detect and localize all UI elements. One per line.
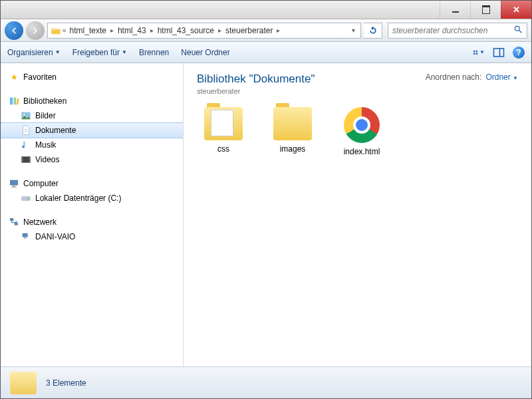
breadcrumb-item[interactable]: html_43_source: [158, 26, 214, 35]
svg-rect-26: [24, 237, 26, 238]
share-menu[interactable]: Freigeben für▼: [72, 48, 127, 57]
organize-label: Organisieren: [7, 48, 53, 57]
chrome-icon: [344, 107, 380, 143]
music-icon: [21, 140, 31, 150]
arrow-left-icon: [9, 26, 19, 35]
sidebar-item-drive-c[interactable]: Lokaler Datenträger (C:): [1, 191, 183, 205]
svg-rect-9: [13, 98, 16, 105]
chevron-right-icon: ▸: [215, 27, 224, 34]
chevron-down-icon: ▼: [479, 49, 485, 55]
folder-item-css[interactable]: css: [197, 107, 250, 156]
refresh-icon: [368, 26, 378, 35]
burn-button[interactable]: Brennen: [139, 48, 169, 57]
share-label: Freigeben für: [72, 48, 120, 57]
svg-rect-20: [11, 187, 17, 188]
back-button[interactable]: [5, 21, 23, 40]
sidebar-favorites-header[interactable]: ★ Favoriten: [1, 70, 183, 84]
items-grid: css images index.html: [197, 102, 518, 156]
new-folder-button[interactable]: Neuer Ordner: [181, 48, 229, 57]
breadcrumb-item[interactable]: html_43: [118, 26, 146, 35]
sidebar-label: Computer: [23, 179, 59, 188]
arrange-by: Anordnen nach: Ordner ▼: [426, 72, 518, 82]
pane-icon: [493, 47, 505, 59]
sidebar-item-label: Lokaler Datenträger (C:): [35, 194, 121, 203]
statusbar: 3 Elemente: [1, 366, 531, 398]
breadcrumb[interactable]: « html_texte ▸ html_43 ▸ html_43_source …: [47, 23, 361, 39]
content-header: Bibliothek "Dokumente" steuerberater Ano…: [197, 72, 518, 102]
file-item-index[interactable]: index.html: [335, 107, 388, 156]
maximize-button[interactable]: [470, 1, 501, 19]
titlebar: [1, 1, 531, 19]
sidebar-libraries-header[interactable]: Bibliotheken: [1, 94, 183, 108]
refresh-button[interactable]: [364, 23, 382, 39]
folder-icon: [204, 107, 243, 140]
videos-icon: [21, 154, 31, 165]
library-heading: Bibliothek "Dokumente" steuerberater: [197, 72, 315, 95]
sidebar-label: Netzwerk: [23, 217, 57, 227]
sidebar-item-bilder[interactable]: Bilder: [1, 108, 183, 123]
navbar: « html_texte ▸ html_43 ▸ html_43_source …: [1, 19, 531, 42]
svg-rect-2: [473, 50, 475, 51]
svg-rect-25: [23, 233, 28, 237]
close-button[interactable]: [501, 1, 531, 19]
sidebar-item-label: DANI-VAIO: [35, 232, 75, 241]
sidebar-group-favorites: ★ Favoriten: [1, 70, 183, 84]
chevron-down-icon: ▼: [122, 49, 127, 55]
view-icon: [473, 47, 478, 59]
folder-item-images[interactable]: images: [266, 107, 319, 156]
item-label: index.html: [344, 147, 380, 156]
svg-line-1: [519, 31, 522, 33]
svg-rect-19: [13, 186, 15, 186]
sidebar-computer-header[interactable]: Computer: [1, 176, 183, 191]
sidebar-network-header[interactable]: Netzwerk: [1, 215, 183, 229]
network-pc-icon: [21, 231, 31, 242]
svg-point-22: [28, 198, 29, 200]
sidebar-group-libraries: Bibliotheken Bilder Dokumente Musik Vide…: [1, 94, 183, 167]
sidebar-item-network-pc[interactable]: DANI-VAIO: [1, 229, 183, 244]
help-button[interactable]: ?: [513, 47, 525, 59]
chevron-down-icon[interactable]: ▾: [349, 27, 358, 34]
sidebar-item-label: Videos: [35, 155, 59, 164]
search-input[interactable]: [392, 26, 513, 35]
content-area: Bibliothek "Dokumente" steuerberater Ano…: [184, 63, 531, 366]
svg-rect-3: [476, 50, 477, 51]
minimize-button[interactable]: [440, 1, 470, 19]
chevron-right-icon: ▸: [274, 27, 283, 34]
documents-icon: [21, 125, 31, 136]
burn-label: Brennen: [139, 48, 169, 57]
svg-point-12: [23, 114, 25, 116]
item-label: css: [217, 144, 229, 154]
sidebar: ★ Favoriten Bibliotheken Bilder Do: [1, 63, 184, 366]
toolbar-right: ▼ ?: [473, 47, 525, 59]
library-title: Bibliothek "Dokumente": [197, 72, 315, 86]
view-options-button[interactable]: ▼: [473, 47, 485, 59]
svg-rect-6: [494, 49, 504, 57]
svg-rect-5: [476, 53, 477, 54]
sidebar-label: Bibliotheken: [23, 96, 66, 106]
toolbar: Organisieren▼ Freigeben für▼ Brennen Neu…: [1, 42, 531, 63]
sidebar-item-videos[interactable]: Videos: [1, 152, 183, 167]
sidebar-item-label: Bilder: [35, 111, 56, 120]
sidebar-item-musik[interactable]: Musik: [1, 138, 183, 152]
sidebar-item-dokumente[interactable]: Dokumente: [1, 122, 183, 138]
breadcrumb-item[interactable]: html_texte: [70, 26, 106, 35]
search-box[interactable]: [388, 23, 527, 39]
svg-rect-23: [10, 218, 13, 221]
svg-rect-18: [10, 180, 18, 186]
chevron-right-icon: ▸: [148, 27, 156, 34]
chevron-down-icon: ▼: [513, 75, 518, 81]
drive-icon: [21, 193, 31, 203]
sidebar-item-label: Musik: [35, 140, 56, 150]
forward-button[interactable]: [26, 21, 45, 40]
arrange-value: Ordner: [485, 72, 510, 82]
organize-menu[interactable]: Organisieren▼: [7, 48, 61, 57]
arrow-right-icon: [31, 26, 40, 35]
svg-point-0: [515, 26, 519, 31]
body: ★ Favoriten Bibliotheken Bilder Do: [1, 63, 531, 366]
star-icon: ★: [9, 72, 19, 82]
breadcrumb-item[interactable]: steuerberater: [225, 26, 273, 35]
arrange-value-link[interactable]: Ordner ▼: [485, 72, 518, 82]
preview-pane-button[interactable]: [493, 47, 505, 59]
pictures-icon: [21, 110, 31, 121]
svg-rect-10: [17, 98, 19, 105]
